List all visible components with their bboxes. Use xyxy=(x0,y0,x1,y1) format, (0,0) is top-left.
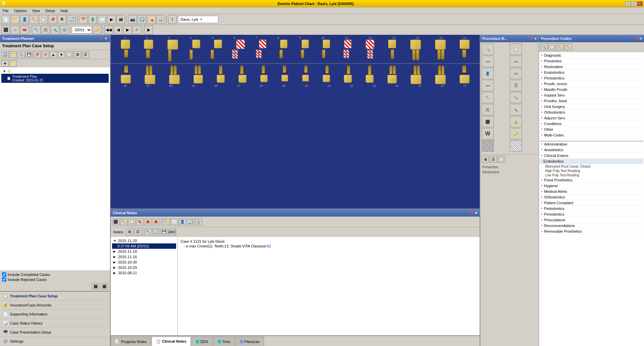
cn-date-2015-08-11[interactable]: ▶ 2015-08-11 xyxy=(112,270,176,276)
pc-restorative[interactable]: + Restorative xyxy=(540,64,643,70)
pc-maxillo[interactable]: + Maxillo Prosth xyxy=(540,87,643,93)
rp-endo-sub2[interactable]: High Pulp Test Reading xyxy=(540,169,643,173)
provider-select[interactable]: DDS1 DDS2 HYG1 xyxy=(72,26,92,34)
proc-icon-6[interactable]: ₁₀₀ xyxy=(510,68,522,79)
cn-pin[interactable]: 📌 xyxy=(469,211,473,215)
lower-crown-31[interactable] xyxy=(145,75,155,84)
rp-endo-sub3[interactable]: Low Pulp Test Reading xyxy=(540,173,643,177)
lower-crown-17[interactable] xyxy=(460,75,470,83)
key-btn[interactable]: 🔑 xyxy=(93,25,101,34)
pc-preventive[interactable]: + Preventive xyxy=(540,58,643,64)
rp-medical-alerts[interactable]: + Medical Alerts xyxy=(540,189,643,194)
pc-tb3[interactable]: ✏️ xyxy=(556,44,564,50)
nav-treatment-plan[interactable]: 📋 Treatment Plan Case Setup xyxy=(0,292,110,301)
ledger-btn[interactable]: 💲 xyxy=(88,15,97,24)
crown-14[interactable] xyxy=(410,40,421,50)
pc-prostho-fixed[interactable]: + Prostho, fixed xyxy=(540,98,643,104)
lower-crown-25[interactable] xyxy=(281,75,288,81)
crown-8[interactable] xyxy=(280,40,287,48)
pc-tb4[interactable]: ✏️ xyxy=(565,44,572,50)
tree-treatment-plan[interactable]: 📋 Treatment Plan Created: 2015-01-15 xyxy=(1,74,109,83)
menu-help[interactable]: Help xyxy=(59,7,69,14)
proc-icon-14[interactable]: 🔒 xyxy=(510,116,522,127)
crown-15[interactable] xyxy=(435,40,446,50)
rp-add-btn2[interactable]: ☰ xyxy=(490,156,497,163)
proc-icon-16[interactable]: 🔑 xyxy=(510,128,522,139)
crown-7[interactable] xyxy=(259,40,266,48)
nav-settings[interactable]: ⚙️ Settings xyxy=(0,337,110,346)
menu-view[interactable]: View xyxy=(31,7,42,14)
info-btn[interactable]: i xyxy=(168,15,177,24)
crown-10[interactable] xyxy=(323,40,330,48)
nav4[interactable]: ✓ xyxy=(132,25,141,34)
new-btn[interactable]: 📄 xyxy=(1,15,10,24)
camera-btn[interactable]: 📷 xyxy=(128,15,137,24)
rp-add-btn3[interactable]: 📋 xyxy=(498,156,505,163)
tab-trios[interactable]: Trios xyxy=(213,337,235,346)
rp-anesthetics[interactable]: + Anesthetics xyxy=(540,147,643,153)
rp-endo-sub1[interactable]: Attempted Root Canal, Closed xyxy=(540,164,643,169)
letter-btn[interactable]: R xyxy=(58,15,66,24)
cn-notes-btn3[interactable]: 🔧 xyxy=(145,229,152,235)
nav1[interactable]: ◀◀ xyxy=(104,25,113,34)
rp-pedodontics[interactable]: + Pedodontics xyxy=(540,206,643,212)
crown-13[interactable] xyxy=(388,40,396,48)
pc-other[interactable]: + Other xyxy=(540,127,643,132)
nav-insurance[interactable]: 💰 Insurance/Case Amounts xyxy=(0,301,110,310)
proc-icon-9[interactable]: 🔧 xyxy=(482,92,494,103)
view-mode-btn[interactable]: ⬛ xyxy=(1,25,10,34)
crown-11[interactable] xyxy=(344,40,352,48)
nav-presentation[interactable]: 🖥️ Case Presentation Setup xyxy=(0,328,110,337)
rp-administrative[interactable]: + Administrative xyxy=(540,141,643,147)
tp-pin[interactable]: 📌 xyxy=(34,51,41,58)
rp-orthodontics[interactable]: + Orthodontics xyxy=(540,194,643,200)
cn-btn11[interactable]: 🗑️ xyxy=(195,219,202,225)
pc-endodontics[interactable]: + Endodontics xyxy=(540,70,643,75)
tp-list[interactable]: ☰ xyxy=(82,51,89,58)
mouth-btn[interactable]: 👄 xyxy=(20,25,29,34)
ref-btn[interactable]: ↗️ xyxy=(138,15,146,24)
tab-ddx[interactable]: DDX xyxy=(192,337,213,346)
lower-crown-28[interactable] xyxy=(217,75,225,83)
rp-hygiene[interactable]: + Hygiene xyxy=(540,183,643,189)
proc-icon-17[interactable] xyxy=(482,140,494,152)
nav-case-status[interactable]: 📊 Case Status History xyxy=(0,319,110,328)
crown-2[interactable] xyxy=(144,40,153,49)
nav3[interactable]: ▶ xyxy=(123,25,132,34)
cn-btn5[interactable]: 📤 xyxy=(144,219,152,225)
pc-tb1[interactable]: 🔍 xyxy=(540,44,548,50)
pc-conditions[interactable]: + Conditions xyxy=(540,121,643,127)
panel-pin-btn[interactable]: 📌 xyxy=(99,37,103,40)
tp-new[interactable]: 🆕 xyxy=(1,51,9,58)
tool3[interactable]: 🔩 xyxy=(51,25,59,34)
proc-icon-15[interactable]: W xyxy=(482,128,494,139)
tp-copy[interactable]: 📋 xyxy=(66,51,73,58)
mail-btn[interactable]: ✉️ xyxy=(98,15,106,24)
nav-supporting[interactable]: 📄 Supporting Information xyxy=(0,310,110,319)
pc-multicodes[interactable]: + Multi-Codes xyxy=(540,132,643,138)
rp-removable-prosthetics[interactable]: + Removable Prosthetics xyxy=(540,229,643,234)
rp-clinical-exams[interactable]: + Clinical Exams xyxy=(540,153,643,159)
minimize-button[interactable]: ─ xyxy=(625,1,631,6)
rx-btn[interactable]: 💊 xyxy=(147,15,156,24)
cn-btn9[interactable]: 👤 xyxy=(179,219,186,225)
pc-periodontics[interactable]: + Periodontics xyxy=(540,75,643,81)
pc-pin[interactable]: 📌 xyxy=(635,37,639,41)
cn-date-2015-11-18[interactable]: ▶ 2015-11-18 xyxy=(112,249,176,254)
menu-file[interactable]: File xyxy=(1,7,10,14)
maximize-button[interactable]: □ xyxy=(631,1,637,6)
copy-btn[interactable]: 📋 xyxy=(39,15,48,24)
pc-prosth-remov[interactable]: + Prosth, remov xyxy=(540,81,643,87)
cn-close[interactable]: ✕ xyxy=(475,211,478,215)
lower-crown-30[interactable] xyxy=(169,75,180,84)
crown-12[interactable] xyxy=(366,40,374,49)
tp-grid[interactable]: ⊞ xyxy=(74,51,81,58)
rp-add-btn1[interactable]: ⊞ xyxy=(482,156,489,163)
cn-btn6[interactable]: 📥 xyxy=(152,219,160,225)
pc-close[interactable]: ✕ xyxy=(639,37,642,41)
title-bar-controls[interactable]: ─ □ ✕ xyxy=(625,1,643,6)
proc-icon-18[interactable] xyxy=(510,140,522,152)
cn-notes-btn2[interactable]: ☰ xyxy=(134,229,142,235)
rp-endodontics[interactable]: - Endodontics xyxy=(540,159,643,164)
footer-btn1[interactable]: ⬛ xyxy=(92,283,99,290)
